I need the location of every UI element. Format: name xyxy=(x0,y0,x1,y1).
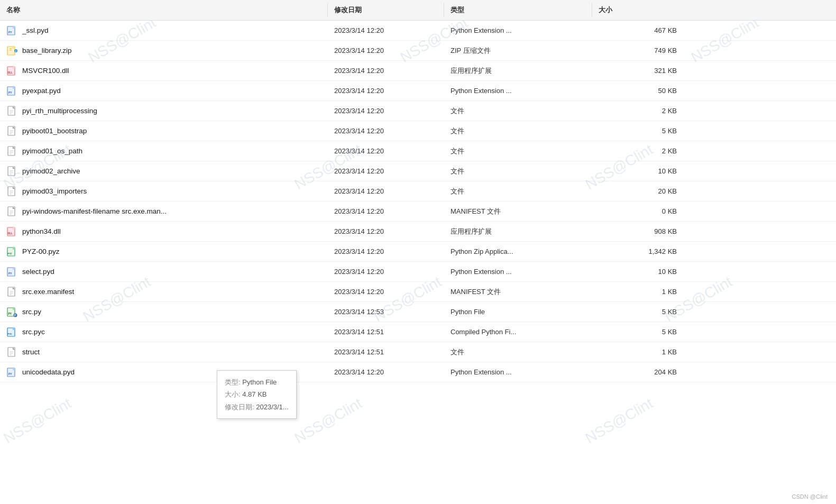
file-type: Python Extension ... xyxy=(444,24,592,36)
table-row[interactable]: pyimod03_importers 2023/3/14 12:20 文件 20… xyxy=(0,181,836,201)
file-type: Compiled Python Fi... xyxy=(444,326,592,338)
file-icon-generic xyxy=(6,125,18,137)
table-row[interactable]: PY unicodedata.pyd 2023/3/14 12:20 Pytho… xyxy=(0,362,836,382)
table-row[interactable]: PY P src.py 2023/3/14 12:53 Python File … xyxy=(0,302,836,322)
file-list: PY _ssl.pyd 2023/3/14 12:20 Python Exten… xyxy=(0,21,836,382)
svg-rect-10 xyxy=(13,67,15,69)
file-size: 2 KB xyxy=(592,145,687,157)
file-icon-pyd: PY xyxy=(6,366,18,378)
svg-rect-43 xyxy=(13,248,15,250)
file-size: 1 KB xyxy=(592,346,687,358)
file-type: 应用程序扩展 xyxy=(444,225,592,239)
table-row[interactable]: PY pyexpat.pyd 2023/3/14 12:20 Python Ex… xyxy=(0,81,836,101)
file-size: 321 KB xyxy=(592,65,687,77)
file-date: 2023/3/14 12:20 xyxy=(328,44,444,57)
file-name: src.pyc xyxy=(22,328,45,336)
file-name-cell: PY _ssl.pyd xyxy=(0,23,328,39)
table-row[interactable]: pyi-windows-manifest-filename src.exe.ma… xyxy=(0,201,836,222)
tooltip-date-row: 修改日期: 2023/3/1... xyxy=(225,401,289,413)
file-date: 2023/3/14 12:20 xyxy=(328,185,444,197)
file-name-cell: PY P src.py xyxy=(0,304,328,320)
table-row[interactable]: DLL MSVCR100.dll 2023/3/14 12:20 应用程序扩展 … xyxy=(0,61,836,81)
file-name-cell: Z base_library.zip xyxy=(0,43,328,59)
file-name: base_library.zip xyxy=(22,47,72,54)
table-row[interactable]: PYC src.pyc 2023/3/14 12:51 Compiled Pyt… xyxy=(0,322,836,342)
file-size: 0 KB xyxy=(592,205,687,217)
file-date: 2023/3/14 12:20 xyxy=(328,145,444,157)
file-name-cell: PY unicodedata.pyd xyxy=(0,364,328,380)
file-icon-py: PY P xyxy=(6,306,18,318)
file-icon-generic xyxy=(6,206,18,217)
svg-rect-6 xyxy=(10,50,12,51)
file-name: struct xyxy=(22,348,40,356)
file-name-cell: pyimod02_archive xyxy=(0,163,328,179)
file-date: 2023/3/14 12:53 xyxy=(328,306,444,318)
file-type: MANIFEST 文件 xyxy=(444,205,592,218)
file-date: 2023/3/14 12:20 xyxy=(328,24,444,36)
file-type: 应用程序扩展 xyxy=(444,64,592,78)
file-date: 2023/3/14 12:20 xyxy=(328,245,444,258)
file-type: Python Extension ... xyxy=(444,265,592,278)
file-name: _ssl.pyd xyxy=(22,26,49,34)
svg-rect-1 xyxy=(13,26,15,29)
file-name: pyi_rth_multiprocessing xyxy=(22,107,97,115)
file-size: 1 KB xyxy=(592,286,687,298)
table-row[interactable]: pyiboot01_bootstrap 2023/3/14 12:20 文件 5… xyxy=(0,121,836,141)
file-size: 467 KB xyxy=(592,24,687,36)
file-date: 2023/3/14 12:51 xyxy=(328,346,444,358)
col-header-date[interactable]: 修改日期 xyxy=(328,3,444,17)
file-name: MSVCR100.dll xyxy=(22,67,69,75)
table-row[interactable]: PYZ PYZ-00.pyz 2023/3/14 12:20 Python Zi… xyxy=(0,242,836,262)
file-icon-dll: DLL xyxy=(6,226,18,237)
table-row[interactable]: PY select.pyd 2023/3/14 12:20 Python Ext… xyxy=(0,262,836,282)
file-name: pyi-windows-manifest-filename src.exe.ma… xyxy=(22,207,167,215)
file-date: 2023/3/14 12:20 xyxy=(328,225,444,237)
col-header-name[interactable]: 名称 xyxy=(0,3,328,17)
table-row[interactable]: PY _ssl.pyd 2023/3/14 12:20 Python Exten… xyxy=(0,21,836,41)
file-name: PYZ-00.pyz xyxy=(22,248,60,255)
table-row[interactable]: struct 2023/3/14 12:51 文件 1 KB xyxy=(0,342,836,362)
file-name-cell: DLL python34.dll xyxy=(0,224,328,240)
table-row[interactable]: DLL python34.dll 2023/3/14 12:20 应用程序扩展 … xyxy=(0,222,836,242)
svg-rect-5 xyxy=(10,48,12,49)
svg-rect-46 xyxy=(13,268,15,270)
file-icon-generic xyxy=(6,166,18,177)
file-icon-generic xyxy=(6,346,18,358)
file-size: 749 KB xyxy=(592,44,687,57)
table-row[interactable]: src.exe.manifest 2023/3/14 12:20 MANIFES… xyxy=(0,282,836,302)
col-header-type[interactable]: 类型 xyxy=(444,3,592,17)
file-icon-pyd: PY xyxy=(6,85,18,97)
file-type: MANIFEST 文件 xyxy=(444,285,592,299)
table-row[interactable]: pyimod02_archive 2023/3/14 12:20 文件 10 K… xyxy=(0,161,836,181)
file-size: 5 KB xyxy=(592,125,687,137)
table-row[interactable]: pyi_rth_multiprocessing 2023/3/14 12:20 … xyxy=(0,101,836,121)
file-date: 2023/3/14 12:20 xyxy=(328,105,444,117)
file-name-cell: PY select.pyd xyxy=(0,264,328,280)
svg-rect-53 xyxy=(13,308,15,310)
file-icon-pyc: PYC xyxy=(6,326,18,338)
file-name: select.pyd xyxy=(22,268,54,276)
file-name-cell: pyimod03_importers xyxy=(0,184,328,199)
file-name-cell: pyi-windows-manifest-filename src.exe.ma… xyxy=(0,204,328,219)
col-header-size[interactable]: 大小 xyxy=(592,3,687,17)
file-date: 2023/3/14 12:20 xyxy=(328,165,444,177)
file-name: pyexpat.pyd xyxy=(22,87,61,95)
svg-text:PYC: PYC xyxy=(8,333,12,335)
file-name-cell: PY pyexpat.pyd xyxy=(0,83,328,99)
file-date: 2023/3/14 12:51 xyxy=(328,326,444,338)
svg-text:PY: PY xyxy=(8,372,12,375)
svg-text:DLL: DLL xyxy=(8,232,13,235)
file-date: 2023/3/14 12:20 xyxy=(328,85,444,97)
table-row[interactable]: Z base_library.zip 2023/3/14 12:20 ZIP 压… xyxy=(0,41,836,61)
file-date: 2023/3/14 12:20 xyxy=(328,265,444,278)
file-size: 10 KB xyxy=(592,265,687,278)
file-size: 20 KB xyxy=(592,185,687,197)
table-row[interactable]: pyimod01_os_path 2023/3/14 12:20 文件 2 KB xyxy=(0,141,836,161)
svg-rect-58 xyxy=(13,328,15,330)
file-icon-dll: DLL xyxy=(6,65,18,77)
file-name-cell: struct xyxy=(0,344,328,360)
svg-rect-13 xyxy=(13,87,15,89)
file-name: pyimod01_os_path xyxy=(22,147,82,155)
svg-rect-4 xyxy=(13,47,15,49)
file-icon-pyd: PY xyxy=(6,25,18,36)
